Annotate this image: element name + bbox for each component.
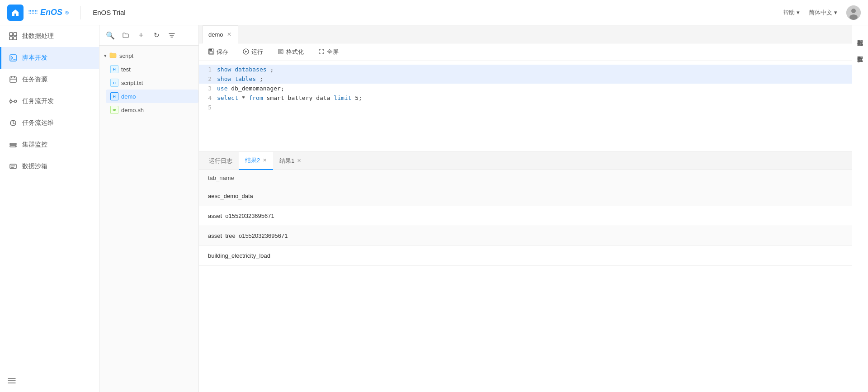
sidebar-item-batch-label: 批数据处理 bbox=[22, 32, 54, 40]
file-toolbar: 🔍 + ↻ bbox=[99, 25, 198, 46]
topbar-divider bbox=[80, 6, 81, 19]
logo-area: ⠿⠿⠿ EnOS ® EnOS Trial bbox=[7, 5, 126, 21]
tab-result2[interactable]: 结果2 ✕ bbox=[239, 152, 273, 170]
table-row: aesc_demo_data bbox=[199, 186, 852, 206]
code-line-2: 2 show tables ; bbox=[199, 74, 852, 84]
brand-logo: ⠿⠿⠿ EnOS ® bbox=[28, 8, 69, 17]
format-icon bbox=[278, 48, 284, 56]
add-file-button[interactable]: + bbox=[135, 29, 147, 42]
svg-point-14 bbox=[15, 144, 16, 145]
tree-folder-script[interactable]: ▾ script bbox=[99, 49, 198, 62]
svg-point-2 bbox=[849, 14, 858, 20]
refresh-button[interactable]: ↻ bbox=[150, 29, 163, 42]
batch-icon bbox=[9, 32, 18, 41]
nav-collapse-button[interactable] bbox=[0, 371, 99, 392]
editor-section: demo ✕ 保存 bbox=[199, 25, 852, 152]
tree-item-demo[interactable]: H demo bbox=[106, 90, 198, 103]
sidebar-item-sandbox[interactable]: 数据沙箱 bbox=[0, 156, 99, 177]
page-title: EnOS Trial bbox=[93, 9, 126, 16]
sidebar-item-cluster[interactable]: 集群监控 bbox=[0, 134, 99, 156]
filter-button[interactable] bbox=[165, 29, 178, 42]
help-button[interactable]: 帮助 ▾ bbox=[783, 9, 800, 17]
script-icon bbox=[9, 53, 18, 62]
new-folder-button[interactable] bbox=[119, 29, 132, 42]
file-panel: 🔍 + ↻ ▾ script bbox=[99, 25, 199, 392]
right-sidebar: 基础配置 参数配置 bbox=[852, 25, 868, 392]
svg-point-10 bbox=[14, 100, 17, 103]
logo-registered: ® bbox=[65, 10, 69, 15]
editor-tab-demo[interactable]: demo ✕ bbox=[203, 25, 238, 43]
tab-run-log[interactable]: 运行日志 bbox=[203, 152, 239, 170]
svg-rect-3 bbox=[9, 33, 13, 36]
fullscreen-label: 全屏 bbox=[327, 48, 339, 56]
tab-result1-close-icon[interactable]: ✕ bbox=[297, 158, 301, 164]
help-label: 帮助 bbox=[783, 9, 795, 17]
sidebar-item-task-ops[interactable]: 任务流运维 bbox=[0, 112, 99, 134]
tree-item-test[interactable]: H test bbox=[106, 62, 198, 76]
tree-item-script-txt-label: script.txt bbox=[121, 80, 143, 86]
svg-point-1 bbox=[851, 9, 856, 13]
sidebar-item-script[interactable]: 脚本开发 bbox=[0, 47, 99, 69]
line-num-4: 4 bbox=[199, 94, 217, 101]
user-avatar[interactable] bbox=[846, 5, 861, 20]
run-button[interactable]: 运行 bbox=[239, 46, 267, 58]
search-button[interactable]: 🔍 bbox=[104, 29, 117, 42]
lang-chevron-icon: ▾ bbox=[834, 9, 837, 16]
save-label: 保存 bbox=[217, 48, 228, 56]
sidebar-item-task-resource[interactable]: 任务资源 bbox=[0, 69, 99, 90]
save-icon bbox=[208, 48, 214, 56]
sidebar-item-task-flow[interactable]: 任务流开发 bbox=[0, 90, 99, 112]
left-nav: 批数据处理 脚本开发 任务资源 bbox=[0, 25, 99, 392]
svg-rect-4 bbox=[14, 33, 17, 36]
editor-tab-demo-label: demo bbox=[208, 31, 223, 38]
folder-label: script bbox=[119, 52, 133, 59]
hive-icon: H bbox=[110, 92, 118, 100]
tab-result1-label: 结果1 bbox=[279, 157, 294, 165]
tree-item-demo-label: demo bbox=[121, 93, 136, 100]
lang-button[interactable]: 简体中文 ▾ bbox=[809, 9, 837, 17]
code-line-5: 5 bbox=[199, 103, 852, 112]
right-tab-param-config[interactable]: 参数配置 bbox=[854, 45, 867, 58]
code-line-4: 4 select * from smart_battery_data limit… bbox=[199, 93, 852, 103]
table-row: asset_tree_o15520323695671 bbox=[199, 226, 852, 246]
fullscreen-button[interactable]: 全屏 bbox=[315, 46, 342, 58]
sandbox-icon bbox=[9, 162, 18, 171]
help-chevron-icon: ▾ bbox=[797, 9, 800, 16]
svg-rect-8 bbox=[10, 77, 16, 82]
code-line-1: 1 show databases ; bbox=[199, 65, 852, 74]
task-flow-icon bbox=[9, 97, 18, 106]
editor-toolbar: 保存 运行 bbox=[199, 43, 852, 61]
sidebar-item-batch[interactable]: 批数据处理 bbox=[0, 25, 99, 47]
sidebar-item-cluster-label: 集群监控 bbox=[22, 141, 47, 149]
svg-rect-16 bbox=[10, 164, 16, 169]
tree-item-script-txt[interactable]: H script.txt bbox=[106, 76, 198, 90]
right-tab-basic-config[interactable]: 基础配置 bbox=[854, 29, 867, 42]
table-row: asset_o15520323695671 bbox=[199, 206, 852, 226]
task-ops-icon bbox=[9, 118, 18, 128]
main-area: 批数据处理 脚本开发 任务资源 bbox=[0, 25, 868, 392]
sidebar-item-script-label: 脚本开发 bbox=[22, 54, 47, 62]
line-num-3: 3 bbox=[199, 85, 217, 92]
tab-run-log-label: 运行日志 bbox=[209, 157, 232, 165]
svg-point-15 bbox=[15, 146, 16, 147]
tree-item-demo-sh-label: demo.sh bbox=[121, 107, 144, 113]
sidebar-item-sandbox-label: 数据沙箱 bbox=[22, 162, 47, 170]
topbar: ⠿⠿⠿ EnOS ® EnOS Trial 帮助 ▾ 简体中文 ▾ bbox=[0, 0, 868, 25]
format-button[interactable]: 格式化 bbox=[274, 46, 307, 58]
file-tree: ▾ script H test H script.txt bbox=[99, 46, 198, 392]
results-table: tab_name aesc_demo_data asset_o155203236… bbox=[199, 170, 852, 392]
topbar-right: 帮助 ▾ 简体中文 ▾ bbox=[783, 5, 861, 20]
tab-result2-label: 结果2 bbox=[245, 156, 260, 165]
save-button[interactable]: 保存 bbox=[204, 46, 232, 58]
line-num-1: 1 bbox=[199, 66, 217, 73]
results-section: 运行日志 结果2 ✕ 结果1 ✕ tab_name aesc_demo_data bbox=[199, 152, 852, 392]
home-icon[interactable] bbox=[7, 5, 24, 21]
tab-result2-close-icon[interactable]: ✕ bbox=[263, 157, 267, 163]
line-content-1: show databases ; bbox=[217, 66, 274, 73]
editor-tab-close-icon[interactable]: ✕ bbox=[226, 30, 232, 38]
tab-result1[interactable]: 结果1 ✕ bbox=[273, 152, 307, 170]
hive-icon: H bbox=[110, 79, 118, 87]
code-editor[interactable]: 1 show databases ; 2 show tables bbox=[199, 61, 852, 151]
results-tabs: 运行日志 结果2 ✕ 结果1 ✕ bbox=[199, 152, 852, 170]
tree-item-demo-sh[interactable]: sh demo.sh bbox=[106, 103, 198, 117]
